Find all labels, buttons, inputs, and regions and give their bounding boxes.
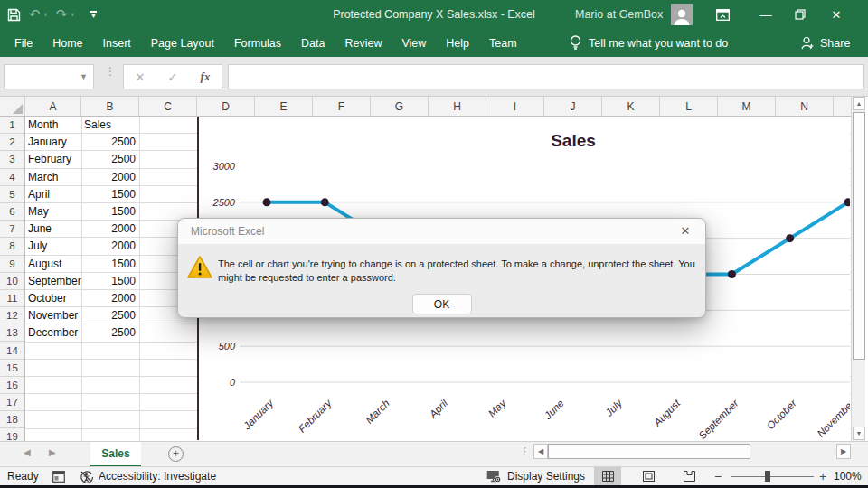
row-header-17[interactable]: 17 <box>0 394 24 411</box>
ribbon-tab-view[interactable]: View <box>392 29 436 57</box>
row-header-3[interactable]: 3 <box>0 151 24 168</box>
undo-icon[interactable]: ↶ <box>29 8 41 22</box>
redo-dropdown-icon[interactable]: ˅ <box>71 12 74 18</box>
cell-A10[interactable]: September <box>25 273 81 290</box>
avatar[interactable] <box>671 4 693 25</box>
share-button[interactable]: Share <box>800 29 850 57</box>
name-box-dropdown-icon[interactable]: ▼ <box>80 72 93 81</box>
cell-A8[interactable]: July <box>25 238 81 255</box>
cell-B1[interactable]: Sales <box>81 117 139 134</box>
formula-input[interactable] <box>228 64 864 89</box>
save-icon[interactable] <box>7 8 21 22</box>
ribbon-tab-data[interactable]: Data <box>291 29 335 57</box>
ribbon-tab-home[interactable]: Home <box>42 29 92 57</box>
ribbon-tab-file[interactable]: File <box>5 29 42 57</box>
cell-A3[interactable]: February <box>25 151 81 168</box>
row-header-6[interactable]: 6 <box>0 203 24 221</box>
row-header-10[interactable]: 10 <box>0 273 24 290</box>
record-macro-icon[interactable] <box>52 467 65 485</box>
chart-data-point[interactable] <box>321 198 329 206</box>
cell-B2[interactable]: 2500 <box>81 134 139 151</box>
row-header-14[interactable]: 14 <box>0 342 24 359</box>
scroll-up-icon[interactable]: ▲ <box>853 97 865 110</box>
cell-B5[interactable]: 1500 <box>81 186 139 203</box>
column-header-F[interactable]: F <box>313 97 371 116</box>
row-header-15[interactable]: 15 <box>0 360 24 377</box>
scroll-right-icon[interactable]: ▶ <box>836 444 851 459</box>
add-sheet-icon[interactable]: + <box>168 446 184 462</box>
column-header-H[interactable]: H <box>429 97 486 116</box>
chart-data-point[interactable] <box>786 234 794 242</box>
cell-A13[interactable]: December <box>25 324 81 342</box>
row-header-1[interactable]: 1 <box>0 117 24 134</box>
dialog-close-icon[interactable]: ✕ <box>676 224 694 240</box>
cell-A12[interactable]: November <box>25 307 81 324</box>
zoom-out-button[interactable]: − <box>714 467 722 485</box>
cell-B4[interactable]: 2000 <box>81 169 139 186</box>
cell-B13[interactable]: 2500 <box>81 324 139 342</box>
cell-A9[interactable]: August <box>25 256 81 273</box>
account-name[interactable]: Mario at GemBox <box>575 8 663 21</box>
column-header-D[interactable]: D <box>197 97 255 116</box>
cell-B7[interactable]: 2000 <box>81 221 139 238</box>
column-header-I[interactable]: I <box>486 97 544 116</box>
vertical-scroll-thumb[interactable] <box>853 112 865 360</box>
cell-B10[interactable]: 1500 <box>81 273 139 290</box>
cell-A6[interactable]: May <box>25 203 81 221</box>
chart-data-point[interactable] <box>263 198 271 206</box>
chart-data-point[interactable] <box>728 270 736 278</box>
customize-qat-icon[interactable]: ▼ <box>90 11 97 18</box>
cell-A7[interactable]: June <box>25 221 81 238</box>
column-header-M[interactable]: M <box>718 97 776 116</box>
row-header-18[interactable]: 18 <box>0 411 24 428</box>
ribbon-display-options-icon[interactable] <box>707 0 738 29</box>
chart-title[interactable]: Sales <box>551 131 596 150</box>
cell-A1[interactable]: Month <box>25 117 81 134</box>
column-header-B[interactable]: B <box>81 97 139 116</box>
row-header-16[interactable]: 16 <box>0 377 24 394</box>
scroll-down-icon[interactable]: ▼ <box>853 427 865 440</box>
zoom-in-button[interactable]: + <box>819 467 826 485</box>
name-box[interactable]: ▼ <box>4 64 94 89</box>
row-header-7[interactable]: 7 <box>0 221 24 238</box>
row-header-9[interactable]: 9 <box>0 256 24 273</box>
view-page-break-button[interactable] <box>675 467 703 485</box>
column-header-K[interactable]: K <box>602 97 660 116</box>
ribbon-tab-formulas[interactable]: Formulas <box>224 29 291 57</box>
zoom-slider-thumb[interactable] <box>765 471 770 482</box>
row-header-19[interactable]: 19 <box>0 428 24 441</box>
cancel-entry-icon[interactable]: ✕ <box>136 70 146 84</box>
restore-button[interactable] <box>785 0 816 29</box>
ok-button[interactable]: OK <box>412 294 472 314</box>
ribbon-tab-review[interactable]: Review <box>335 29 392 57</box>
accessibility-status[interactable]: Accessibility: Investigate <box>80 467 216 485</box>
row-header-4[interactable]: 4 <box>0 169 24 186</box>
column-header-J[interactable]: J <box>544 97 602 116</box>
cell-B6[interactable]: 1500 <box>81 203 139 221</box>
ribbon-tab-team[interactable]: Team <box>479 29 527 57</box>
redo-icon[interactable]: ↷ <box>56 8 68 22</box>
column-header-A[interactable]: A <box>25 97 81 116</box>
zoom-level[interactable]: 100% <box>834 467 862 485</box>
cell-A5[interactable]: April <box>25 186 81 203</box>
column-header-C[interactable]: C <box>139 97 197 116</box>
view-page-layout-button[interactable] <box>635 467 662 485</box>
row-header-12[interactable]: 12 <box>0 307 24 324</box>
horizontal-scrollbar[interactable]: ◀ ▶ <box>533 444 851 459</box>
row-header-11[interactable]: 11 <box>0 290 24 307</box>
ribbon-tab-help[interactable]: Help <box>436 29 479 57</box>
select-all-corner[interactable] <box>0 97 25 116</box>
row-header-5[interactable]: 5 <box>0 186 24 203</box>
vertical-scrollbar[interactable]: ▲ ▼ <box>851 97 865 441</box>
undo-dropdown-icon[interactable]: ˅ <box>44 12 48 18</box>
confirm-entry-icon[interactable]: ✓ <box>168 70 178 84</box>
horizontal-scroll-thumb[interactable] <box>548 444 750 459</box>
ribbon-tab-insert[interactable]: Insert <box>93 29 141 57</box>
next-sheet-icon[interactable]: ▶ <box>49 447 56 457</box>
insert-function-icon[interactable]: fx <box>201 70 211 84</box>
cell-B11[interactable]: 2000 <box>81 290 139 307</box>
column-header-E[interactable]: E <box>255 97 313 116</box>
tab-scroll-divider[interactable]: ⋮ <box>520 449 530 454</box>
column-header-G[interactable]: G <box>371 97 429 116</box>
row-header-8[interactable]: 8 <box>0 238 24 255</box>
